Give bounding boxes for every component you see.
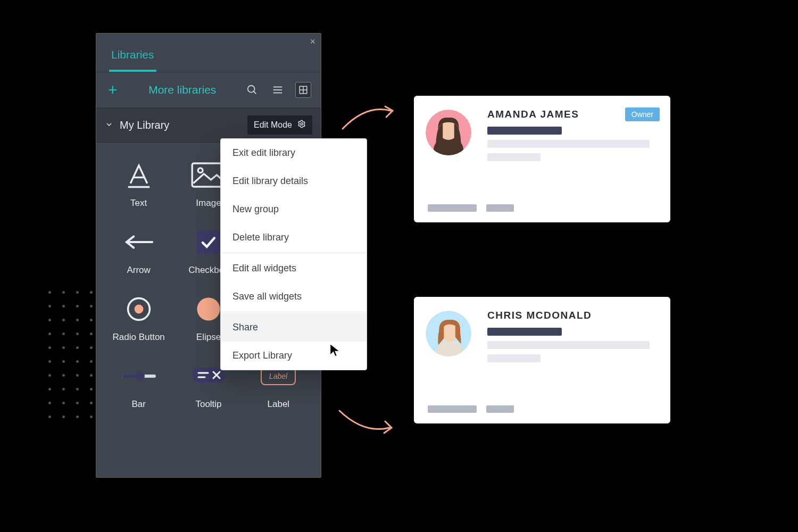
svg-rect-14 [197, 230, 220, 254]
text-icon [104, 157, 173, 193]
card-footer [428, 204, 514, 212]
grid-view-icon[interactable] [295, 82, 311, 98]
library-toggle[interactable]: My Library [105, 119, 169, 131]
menu-save-widgets[interactable]: Save all widgets [221, 282, 367, 311]
svg-point-8 [301, 123, 303, 125]
menu-new-group[interactable]: New group [221, 195, 367, 223]
widget-arrow[interactable]: Arrow [104, 225, 173, 276]
library-title: My Library [120, 119, 169, 131]
owner-badge: Owner [625, 107, 660, 121]
add-icon[interactable]: + [105, 80, 121, 100]
widget-label: Radio Button [104, 332, 173, 343]
placeholder-chip [486, 405, 514, 413]
placeholder-bar [487, 153, 541, 161]
widget-radio[interactable]: Radio Button [104, 292, 173, 343]
placeholder-bar [487, 341, 650, 349]
context-menu: Exit edit library Edit library details N… [220, 138, 367, 370]
arrow-to-card-2 [336, 406, 398, 439]
list-view-icon[interactable] [270, 82, 286, 98]
user-name: CHRIS MCDONALD [487, 310, 656, 321]
svg-point-20 [135, 371, 145, 381]
edit-mode-button[interactable]: Edit Mode [247, 115, 312, 135]
placeholder-chip [428, 405, 477, 413]
svg-point-0 [248, 86, 255, 93]
toolbar: + More libraries [96, 72, 321, 108]
placeholder-bar [487, 328, 562, 336]
menu-separator [221, 253, 367, 253]
placeholder-bar [487, 354, 541, 362]
placeholder-bar [487, 127, 562, 135]
svg-line-1 [254, 92, 256, 94]
card-body: CHRIS MCDONALD [487, 310, 656, 362]
search-icon[interactable] [244, 82, 260, 98]
radio-icon [104, 292, 173, 327]
placeholder-chip [428, 204, 477, 212]
menu-edit-widgets[interactable]: Edit all widgets [221, 254, 367, 282]
menu-delete-lib[interactable]: Delete library [221, 223, 367, 252]
placeholder-bar [487, 140, 650, 148]
tab-libraries[interactable]: Libraries [109, 43, 156, 72]
arrow-to-card-1 [339, 102, 398, 136]
edit-mode-label: Edit Mode [254, 120, 292, 130]
user-card-amanda: Owner AMANDA JAMES [414, 96, 670, 222]
svg-point-17 [197, 297, 220, 320]
menu-export[interactable]: Export Library [221, 342, 367, 370]
user-card-chris: CHRIS MCDONALD [414, 297, 670, 423]
avatar [426, 110, 471, 155]
arrow-icon [104, 225, 173, 260]
card-footer [428, 405, 514, 413]
svg-point-16 [134, 305, 143, 314]
gear-icon [297, 120, 306, 130]
library-row: My Library Edit Mode [96, 108, 321, 143]
menu-edit-details[interactable]: Edit library details [221, 167, 367, 195]
svg-point-12 [198, 168, 203, 173]
placeholder-chip [486, 204, 514, 212]
menu-share[interactable]: Share [221, 313, 367, 342]
widget-bar[interactable]: Bar [104, 359, 173, 410]
slider-icon [104, 359, 173, 394]
svg-text:Label: Label [269, 372, 288, 380]
chevron-down-icon [105, 119, 113, 131]
widget-label: Tooltip [173, 399, 243, 410]
svg-rect-21 [192, 368, 225, 383]
tab-bar: Libraries [96, 34, 321, 72]
widget-label: Text [104, 198, 173, 209]
more-libraries-link[interactable]: More libraries [130, 84, 235, 96]
widget-label: Arrow [104, 265, 173, 276]
close-icon[interactable]: × [310, 37, 315, 46]
widget-item-label: Label [244, 399, 313, 410]
avatar [426, 311, 471, 356]
widget-text[interactable]: Text [104, 157, 173, 209]
menu-separator [221, 312, 367, 312]
menu-exit-edit[interactable]: Exit edit library [221, 139, 367, 167]
widget-label: Bar [104, 399, 173, 410]
cursor-icon [329, 343, 342, 360]
